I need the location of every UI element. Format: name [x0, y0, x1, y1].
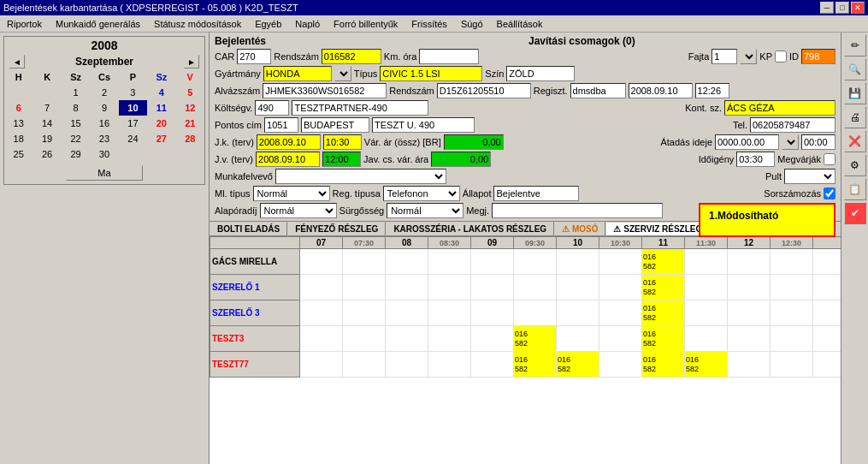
pult-select[interactable] [784, 169, 836, 184]
megj-input[interactable] [492, 203, 663, 218]
megvarjak-checkbox[interactable] [824, 153, 836, 165]
cal-day[interactable]: 27 [147, 131, 175, 146]
sched-cell[interactable] [728, 300, 771, 326]
kp-checkbox[interactable] [775, 51, 787, 62]
sched-cell[interactable] [471, 326, 514, 352]
toolbar-edit-btn[interactable]: ✏ [844, 34, 866, 57]
tab-fenyezo[interactable]: FÉNYEZŐ RÉSZLEG [287, 222, 386, 236]
sched-cell[interactable] [599, 249, 642, 275]
cal-day[interactable] [32, 85, 61, 100]
menu-item[interactable]: Súgó [458, 18, 487, 30]
sched-cell[interactable] [685, 249, 728, 275]
sorsz-checkbox[interactable] [824, 187, 836, 199]
sched-cell[interactable] [514, 249, 557, 275]
menu-item[interactable]: Napló [292, 18, 323, 30]
cal-day[interactable]: 11 [147, 100, 175, 116]
sched-cell[interactable] [428, 300, 471, 326]
sched-cell[interactable] [557, 249, 599, 275]
cal-day[interactable]: 23 [90, 131, 118, 146]
toolbar-list-btn[interactable]: 📋 [844, 178, 866, 200]
sched-event-cell[interactable]: 016582 [514, 326, 557, 352]
sched-cell[interactable] [343, 275, 386, 300]
sched-cell[interactable] [685, 300, 728, 326]
sched-cell[interactable] [343, 326, 386, 352]
menu-item[interactable]: Forró billentyűk [330, 18, 401, 30]
cal-day[interactable]: 26 [32, 146, 61, 162]
sched-cell[interactable] [386, 249, 428, 275]
sched-cell[interactable] [428, 249, 471, 275]
cal-day[interactable]: 24 [119, 131, 147, 146]
toolbar-settings-btn[interactable]: ⚙ [844, 154, 866, 176]
fajta-input[interactable] [712, 49, 737, 64]
cal-day[interactable]: 4 [147, 85, 175, 100]
cal-day[interactable]: 15 [62, 116, 90, 131]
cal-day[interactable]: 5 [176, 85, 204, 100]
sched-cell[interactable] [685, 326, 728, 352]
kontSz-input[interactable] [724, 100, 836, 116]
cal-day[interactable]: 29 [62, 146, 90, 162]
regTipus-select[interactable]: Telefonon [383, 186, 460, 201]
cal-day[interactable] [147, 146, 175, 162]
cal-day[interactable]: 16 [90, 116, 118, 131]
sched-cell[interactable] [771, 249, 813, 275]
cal-day[interactable]: 25 [4, 146, 32, 162]
alaporadij-select[interactable]: Normál [260, 203, 337, 218]
sched-cell[interactable] [813, 326, 841, 352]
close-btn[interactable]: ✕ [851, 2, 865, 14]
sched-cell[interactable] [728, 352, 771, 378]
cal-day[interactable]: 13 [4, 116, 32, 131]
sched-cell[interactable] [386, 352, 428, 378]
sched-cell[interactable] [343, 300, 386, 326]
sched-cell[interactable] [471, 352, 514, 378]
jkTerv-time[interactable] [323, 134, 362, 150]
menu-item[interactable]: Riportok [3, 18, 45, 30]
menu-item[interactable]: Státusz módosítások [151, 18, 245, 30]
sched-cell[interactable] [428, 275, 471, 300]
sched-cell[interactable] [300, 249, 343, 275]
sched-cell[interactable] [728, 275, 771, 300]
menu-item[interactable]: Frissítés [408, 18, 451, 30]
cal-day[interactable]: 2 [90, 85, 118, 100]
sched-cell[interactable] [343, 249, 386, 275]
cal-day[interactable] [4, 85, 32, 100]
cal-day[interactable]: 20 [147, 116, 175, 131]
cal-day[interactable]: 7 [32, 100, 61, 116]
cal-day[interactable] [176, 146, 204, 162]
sched-cell[interactable] [343, 352, 386, 378]
sched-cell[interactable] [813, 275, 841, 300]
sched-event-cell[interactable]: 016582 [642, 249, 685, 275]
tel-input[interactable] [750, 117, 836, 133]
cal-day[interactable]: 22 [62, 131, 90, 146]
sched-cell[interactable] [471, 300, 514, 326]
sched-event-cell[interactable]: 016582 [685, 352, 728, 378]
sched-cell[interactable] [771, 275, 813, 300]
sched-cell[interactable] [386, 326, 428, 352]
cal-day[interactable]: 21 [176, 116, 204, 131]
utca-input[interactable] [372, 117, 475, 133]
jvTerv-date[interactable] [256, 152, 320, 167]
jkTerv-date[interactable] [257, 134, 321, 150]
javCsVar-input[interactable] [431, 152, 491, 167]
menu-item[interactable]: Beállítások [493, 18, 546, 30]
cal-day[interactable]: 6 [4, 100, 32, 116]
sched-cell[interactable] [599, 326, 642, 352]
gyartmany-input[interactable] [263, 66, 332, 81]
cal-day[interactable]: 14 [32, 116, 61, 131]
cal-day[interactable]: 12 [176, 100, 204, 116]
sched-cell[interactable] [728, 249, 771, 275]
rendszam2-input[interactable] [437, 83, 531, 98]
rendszam-input[interactable] [322, 49, 381, 64]
menu-item[interactable]: Munkaidő generálás [52, 18, 144, 30]
toolbar-search-btn[interactable]: 🔍 [844, 58, 866, 80]
sched-cell[interactable] [428, 326, 471, 352]
atadas-date[interactable] [715, 134, 779, 150]
sched-cell[interactable] [557, 275, 599, 300]
cal-next-btn[interactable]: ► [184, 55, 199, 68]
sched-cell[interactable] [471, 249, 514, 275]
sched-cell[interactable] [300, 352, 343, 378]
jvTerv-time[interactable] [322, 152, 361, 167]
munkafelve-select[interactable] [275, 169, 446, 184]
sched-event-cell[interactable]: 016582 [642, 275, 685, 300]
toolbar-print-btn[interactable]: 🖨 [844, 106, 866, 128]
cal-day[interactable]: 8 [62, 100, 90, 116]
